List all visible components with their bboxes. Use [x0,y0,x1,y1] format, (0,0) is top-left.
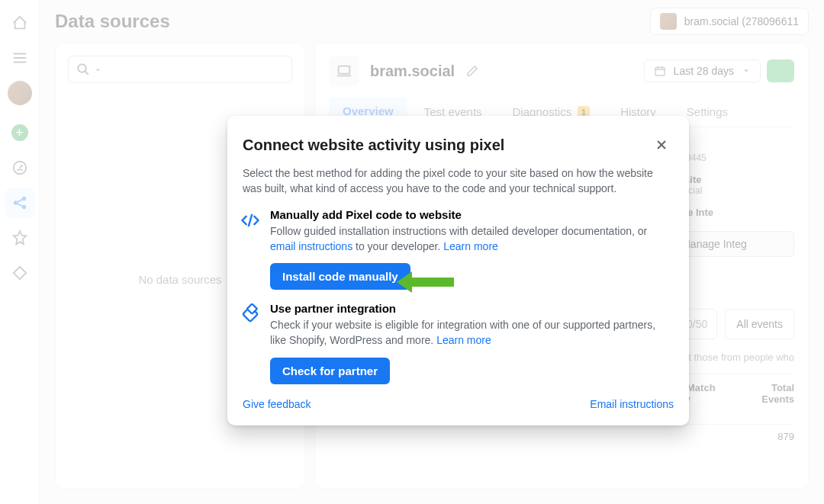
method1-description: Follow guided installation instructions … [270,224,674,254]
email-instructions-link[interactable]: Email instructions [590,398,674,410]
modal-close-button[interactable] [649,133,674,157]
method2-title: Use partner integration [270,302,674,315]
method2-description: Check if your website is eligible for in… [270,318,674,348]
learn-more-link-1[interactable]: Learn more [443,240,498,252]
close-icon [654,137,669,152]
method1-title: Manually add Pixel code to website [270,208,674,221]
green-arrow-annotation [397,271,454,293]
check-partner-button[interactable]: Check for partner [270,358,390,384]
code-icon [240,210,261,231]
method-manual: Manually add Pixel code to website Follo… [227,196,689,290]
give-feedback-link[interactable]: Give feedback [243,398,311,410]
method-partner: Use partner integration Check if your we… [227,290,689,384]
learn-more-link-2[interactable]: Learn more [436,334,491,346]
install-manually-button[interactable]: Install code manually [270,263,410,290]
modal-title: Connect website activity using pixel [243,136,649,154]
email-instructions-link-inline[interactable]: email instructions [270,240,352,252]
modal-description: Select the best method for adding the pi… [227,166,689,196]
connect-pixel-modal: Connect website activity using pixel Sel… [227,116,689,425]
partner-icon [240,303,261,325]
